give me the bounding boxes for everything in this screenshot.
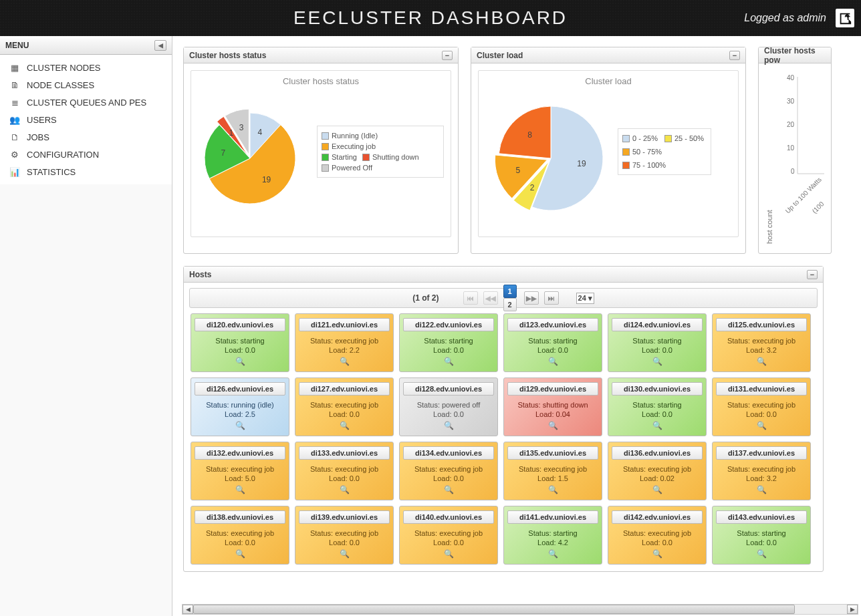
- magnify-icon[interactable]: 🔍: [403, 485, 494, 494]
- host-card[interactable]: di125.edv.uniovi.esStatus: executing job…: [712, 313, 811, 372]
- sidebar-item-label: USERS: [27, 115, 57, 125]
- page-button-1[interactable]: 1: [503, 285, 517, 298]
- page-button-2[interactable]: 2: [503, 298, 517, 311]
- magnify-icon[interactable]: 🔍: [299, 549, 390, 559]
- svg-text:20: 20: [787, 121, 795, 128]
- magnify-icon[interactable]: 🔍: [195, 485, 285, 494]
- magnify-icon[interactable]: 🔍: [507, 421, 598, 430]
- magnify-icon[interactable]: 🔍: [716, 357, 807, 366]
- host-name: di130.edv.uniovi.es: [612, 382, 703, 396]
- pie-chart-load: 19258: [484, 92, 618, 212]
- users-icon: 👥: [9, 114, 20, 125]
- panel-title: Cluster hosts status: [189, 51, 266, 60]
- magnify-icon[interactable]: 🔍: [716, 421, 807, 430]
- host-card[interactable]: di132.edv.uniovi.esStatus: executing job…: [191, 442, 289, 500]
- host-load: Load: 0.0: [195, 346, 285, 354]
- chart-title: Cluster hosts status: [197, 76, 445, 86]
- host-card[interactable]: di140.edv.uniovi.esStatus: executing job…: [399, 506, 498, 565]
- horizontal-scrollbar[interactable]: ◀ ▶: [182, 604, 858, 615]
- scroll-right-icon[interactable]: ▶: [847, 605, 858, 614]
- sidebar: MENU ◀ ▦CLUSTER NODES🗎NODE CLASSES≣CLUST…: [0, 36, 172, 616]
- magnify-icon[interactable]: 🔍: [612, 421, 703, 430]
- host-card[interactable]: di123.edv.uniovi.esStatus: startingLoad:…: [503, 313, 602, 372]
- host-load: Load: 3.2: [716, 346, 807, 354]
- logout-icon[interactable]: [836, 9, 854, 27]
- magnify-icon[interactable]: 🔍: [612, 549, 703, 559]
- panel-power: Cluster hosts pow host count 403020100 U…: [758, 47, 832, 254]
- magnify-icon[interactable]: 🔍: [195, 549, 285, 559]
- host-name: di125.edv.uniovi.es: [716, 318, 807, 331]
- sidebar-item-3[interactable]: 👥USERS: [0, 111, 172, 128]
- doc-icon: 🗎: [9, 80, 20, 90]
- svg-text:10: 10: [787, 144, 795, 152]
- magnify-icon[interactable]: 🔍: [403, 357, 494, 366]
- host-card[interactable]: di139.edv.uniovi.esStatus: executing job…: [295, 506, 394, 565]
- host-card[interactable]: di141.edv.uniovi.esStatus: startingLoad:…: [503, 506, 602, 565]
- host-card[interactable]: di138.edv.uniovi.esStatus: executing job…: [191, 506, 289, 565]
- host-card[interactable]: di142.edv.uniovi.esStatus: executing job…: [608, 506, 707, 565]
- magnify-icon[interactable]: 🔍: [612, 485, 703, 494]
- host-load: Load: 0.0: [403, 474, 494, 482]
- sidebar-item-0[interactable]: ▦CLUSTER NODES: [0, 59, 172, 76]
- host-card[interactable]: di127.edv.uniovi.esStatus: executing job…: [295, 377, 394, 436]
- host-status: Status: executing job: [612, 529, 703, 537]
- host-card[interactable]: di129.edv.uniovi.esStatus: shutting down…: [503, 377, 602, 436]
- host-name: di137.edv.uniovi.es: [716, 446, 807, 460]
- minimize-icon[interactable]: −: [442, 51, 453, 60]
- sidebar-item-1[interactable]: 🗎NODE CLASSES: [0, 76, 172, 94]
- minimize-icon[interactable]: −: [807, 270, 818, 279]
- minimize-icon[interactable]: −: [729, 51, 740, 60]
- magnify-icon[interactable]: 🔍: [716, 549, 807, 559]
- svg-text:4: 4: [257, 128, 262, 137]
- host-card[interactable]: di130.edv.uniovi.esStatus: startingLoad:…: [608, 377, 707, 436]
- magnify-icon[interactable]: 🔍: [195, 421, 285, 430]
- first-page-icon[interactable]: ⏮: [463, 291, 478, 305]
- magnify-icon[interactable]: 🔍: [612, 357, 703, 366]
- magnify-icon[interactable]: 🔍: [507, 357, 598, 366]
- host-card[interactable]: di134.edv.uniovi.esStatus: executing job…: [399, 442, 498, 500]
- magnify-icon[interactable]: 🔍: [403, 421, 494, 430]
- host-name: di129.edv.uniovi.es: [507, 382, 598, 396]
- host-card[interactable]: di128.edv.uniovi.esStatus: powered offLo…: [399, 377, 498, 436]
- host-card[interactable]: di120.edv.uniovi.esStatus: startingLoad:…: [191, 313, 289, 372]
- magnify-icon[interactable]: 🔍: [403, 549, 494, 559]
- host-name: di138.edv.uniovi.es: [195, 510, 285, 524]
- page-info: (1 of 2): [412, 293, 439, 303]
- host-card[interactable]: di131.edv.uniovi.esStatus: executing job…: [712, 377, 811, 436]
- panel-title: Cluster load: [477, 51, 523, 60]
- sidebar-item-2[interactable]: ≣CLUSTER QUEUES AND PES: [0, 94, 172, 111]
- magnify-icon[interactable]: 🔍: [299, 357, 390, 366]
- sidebar-item-label: CONFIGURATION: [27, 150, 99, 160]
- collapse-sidebar-icon[interactable]: ◀: [154, 40, 166, 51]
- host-card[interactable]: di126.edv.uniovi.esStatus: running (idle…: [191, 377, 289, 436]
- host-card[interactable]: di135.edv.uniovi.esStatus: executing job…: [503, 442, 602, 500]
- sidebar-item-5[interactable]: ⚙CONFIGURATION: [0, 146, 172, 163]
- host-name: di123.edv.uniovi.es: [507, 318, 598, 331]
- host-card[interactable]: di143.edv.uniovi.esStatus: startingLoad:…: [712, 506, 811, 565]
- sidebar-item-4[interactable]: 🗋JOBS: [0, 128, 172, 146]
- host-card[interactable]: di122.edv.uniovi.esStatus: startingLoad:…: [399, 313, 498, 372]
- sidebar-item-6[interactable]: 📊STATISTICS: [0, 163, 172, 180]
- host-status: Status: starting: [716, 529, 807, 537]
- host-status: Status: shutting down: [507, 401, 598, 409]
- next-page-icon[interactable]: ▶▶: [524, 291, 539, 305]
- host-name: di139.edv.uniovi.es: [299, 510, 390, 524]
- magnify-icon[interactable]: 🔍: [299, 421, 390, 430]
- legend-item: Powered Off: [322, 164, 372, 172]
- scroll-thumb[interactable]: [193, 605, 795, 614]
- page-size-select[interactable]: 24 ▾: [576, 293, 594, 304]
- magnify-icon[interactable]: 🔍: [195, 357, 285, 366]
- prev-page-icon[interactable]: ◀◀: [483, 291, 498, 305]
- last-page-icon[interactable]: ⏭: [544, 291, 559, 305]
- magnify-icon[interactable]: 🔍: [716, 485, 807, 494]
- host-card[interactable]: di133.edv.uniovi.esStatus: executing job…: [295, 442, 394, 500]
- scroll-left-icon[interactable]: ◀: [182, 605, 193, 614]
- magnify-icon[interactable]: 🔍: [299, 485, 390, 494]
- host-card[interactable]: di124.edv.uniovi.esStatus: startingLoad:…: [608, 313, 707, 372]
- host-card[interactable]: di136.edv.uniovi.esStatus: executing job…: [608, 442, 707, 500]
- sidebar-item-label: CLUSTER NODES: [27, 63, 101, 73]
- host-card[interactable]: di121.edv.uniovi.esStatus: executing job…: [295, 313, 394, 372]
- magnify-icon[interactable]: 🔍: [507, 549, 598, 559]
- magnify-icon[interactable]: 🔍: [507, 485, 598, 494]
- host-card[interactable]: di137.edv.uniovi.esStatus: executing job…: [712, 442, 811, 500]
